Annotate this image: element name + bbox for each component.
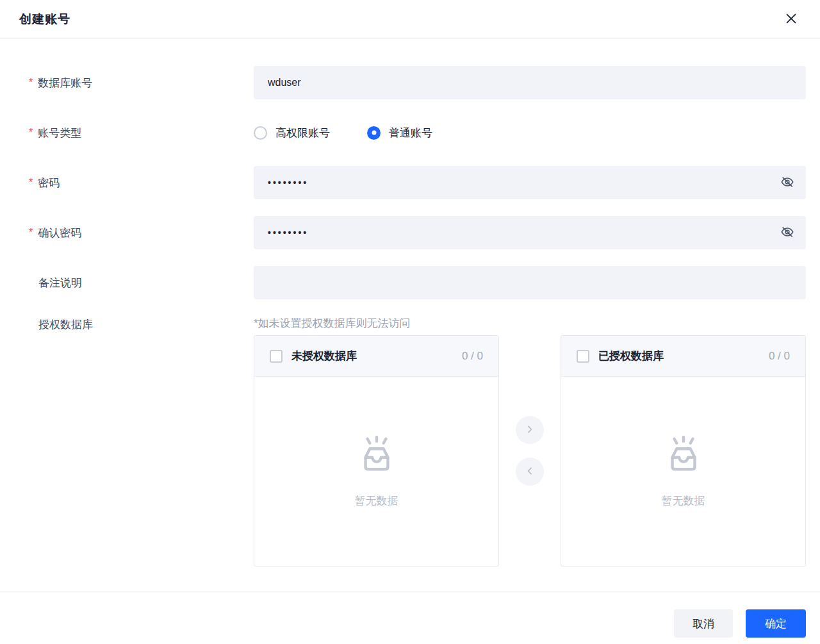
account-type-control: 高权限账号 普通账号 bbox=[254, 116, 806, 149]
required-asterisk: * bbox=[29, 177, 33, 188]
radio-label: 高权限账号 bbox=[275, 126, 330, 140]
move-right-button[interactable] bbox=[516, 416, 544, 444]
move-left-button[interactable] bbox=[516, 458, 544, 486]
radio-option-high-privilege[interactable]: 高权限账号 bbox=[254, 126, 330, 140]
authorized-db-label: 授权数据库 bbox=[0, 316, 254, 332]
db-transfer: 未授权数据库 0 / 0 暂无数据 bbox=[254, 335, 806, 566]
toggle-password-visibility-button[interactable] bbox=[776, 172, 798, 194]
remark-input[interactable] bbox=[254, 266, 806, 299]
transfer-source-panel: 未授权数据库 0 / 0 暂无数据 bbox=[254, 335, 499, 566]
target-select-all-checkbox[interactable] bbox=[577, 350, 589, 363]
empty-inbox-icon bbox=[664, 434, 703, 477]
close-button[interactable] bbox=[782, 10, 801, 29]
source-panel-title: 未授权数据库 bbox=[291, 349, 357, 363]
required-asterisk: * bbox=[29, 127, 33, 138]
transfer-note: *如未设置授权数据库则无法访问 bbox=[254, 316, 806, 331]
account-label: * 数据库账号 bbox=[0, 76, 254, 90]
confirm-password-label-text: 确认密码 bbox=[38, 226, 81, 240]
confirm-button[interactable]: 确定 bbox=[746, 609, 806, 638]
remark-label-text: 备注说明 bbox=[38, 276, 82, 290]
form-row-remark: 备注说明 bbox=[0, 266, 820, 299]
source-empty-text: 暂无数据 bbox=[355, 493, 398, 508]
close-icon bbox=[784, 12, 798, 28]
target-empty-text: 暂无数据 bbox=[662, 493, 705, 508]
account-input[interactable] bbox=[254, 66, 806, 99]
form-row-password: * 密码 bbox=[0, 166, 820, 199]
confirm-password-label: * 确认密码 bbox=[0, 226, 254, 240]
password-control bbox=[254, 166, 806, 199]
radio-unchecked-icon[interactable] bbox=[254, 126, 267, 140]
transfer-target-panel: 已授权数据库 0 / 0 暂无数据 bbox=[561, 335, 806, 566]
remark-label: 备注说明 bbox=[0, 276, 254, 290]
authorized-db-label-text: 授权数据库 bbox=[38, 317, 93, 332]
dialog-title: 创建账号 bbox=[19, 11, 70, 28]
password-label-text: 密码 bbox=[38, 176, 60, 190]
password-label: * 密码 bbox=[0, 176, 254, 190]
target-panel-title: 已授权数据库 bbox=[598, 349, 664, 363]
dialog-body: * 数据库账号 * 账号类型 高权限账号 bbox=[0, 39, 820, 591]
target-panel-header: 已授权数据库 0 / 0 bbox=[561, 336, 805, 377]
radio-option-normal[interactable]: 普通账号 bbox=[367, 126, 432, 140]
cancel-button[interactable]: 取消 bbox=[674, 609, 733, 638]
remark-control bbox=[254, 266, 806, 299]
required-asterisk: * bbox=[29, 227, 33, 238]
dialog-header: 创建账号 bbox=[0, 0, 820, 39]
radio-checked-icon[interactable] bbox=[367, 126, 381, 140]
source-select-all-checkbox[interactable] bbox=[270, 350, 283, 363]
source-panel-count: 0 / 0 bbox=[462, 350, 483, 363]
eye-off-icon bbox=[780, 175, 794, 191]
form-row-confirm-password: * 确认密码 bbox=[0, 216, 820, 249]
account-label-text: 数据库账号 bbox=[38, 76, 92, 90]
authorized-db-control: *如未设置授权数据库则无法访问 未授权数据库 0 / 0 bbox=[254, 316, 806, 566]
account-type-label: * 账号类型 bbox=[0, 126, 254, 140]
source-panel-header: 未授权数据库 0 / 0 bbox=[254, 336, 498, 377]
toggle-confirm-password-visibility-button[interactable] bbox=[776, 222, 798, 244]
account-type-label-text: 账号类型 bbox=[38, 126, 81, 140]
confirm-password-control bbox=[254, 216, 806, 249]
transfer-arrows bbox=[499, 335, 561, 566]
create-account-dialog: 创建账号 * 数据库账号 * 账号类型 bbox=[0, 0, 820, 644]
confirm-password-input[interactable] bbox=[254, 216, 806, 249]
required-asterisk: * bbox=[29, 77, 33, 88]
form-row-account-type: * 账号类型 高权限账号 普通账号 bbox=[0, 116, 820, 149]
radio-label: 普通账号 bbox=[389, 126, 432, 140]
empty-inbox-icon bbox=[357, 434, 397, 477]
dialog-footer: 取消 确定 bbox=[0, 591, 820, 644]
password-input[interactable] bbox=[254, 166, 806, 199]
account-control bbox=[254, 66, 806, 99]
eye-off-icon bbox=[780, 225, 794, 241]
chevron-right-icon bbox=[523, 423, 536, 438]
form-row-authorized-db: 授权数据库 *如未设置授权数据库则无法访问 未授权数据库 0 / 0 bbox=[0, 316, 820, 566]
chevron-left-icon bbox=[523, 465, 536, 479]
target-panel-count: 0 / 0 bbox=[769, 350, 790, 363]
target-panel-body: 暂无数据 bbox=[561, 377, 805, 566]
form-row-account: * 数据库账号 bbox=[0, 66, 820, 99]
account-type-radio-group: 高权限账号 普通账号 bbox=[254, 116, 806, 149]
source-panel-body: 暂无数据 bbox=[254, 377, 498, 566]
